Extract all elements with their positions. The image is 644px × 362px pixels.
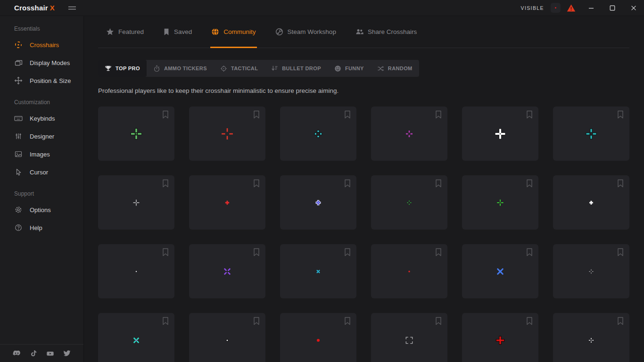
crosshair-card[interactable] bbox=[553, 313, 629, 362]
bookmark-icon[interactable] bbox=[526, 110, 533, 119]
sidebar-item-images[interactable]: Images bbox=[0, 145, 83, 163]
bookmark-icon[interactable] bbox=[253, 110, 260, 119]
crosshair-card[interactable] bbox=[553, 244, 629, 298]
bookmark-icon[interactable] bbox=[526, 179, 533, 188]
maximize-button[interactable] bbox=[602, 0, 623, 16]
bookmark-icon[interactable] bbox=[344, 248, 351, 256]
crosshair-visibility-preview[interactable] bbox=[551, 3, 561, 13]
crosshair-card[interactable] bbox=[462, 175, 538, 230]
titlebar: CrosshairX VISIBLE bbox=[0, 0, 644, 16]
filter-label: TOP PRO bbox=[116, 66, 140, 71]
filter-ammo-tickers[interactable]: AMMO TICKERS bbox=[147, 60, 214, 77]
crosshair-preview bbox=[122, 257, 150, 286]
crosshair-card[interactable] bbox=[189, 313, 265, 362]
crosshair-preview bbox=[213, 189, 241, 217]
display-icon bbox=[14, 58, 23, 67]
crosshair-card[interactable] bbox=[462, 107, 538, 161]
filter-label: AMMO TICKERS bbox=[164, 66, 207, 71]
crosshair-card[interactable] bbox=[371, 107, 447, 161]
crosshair-card[interactable] bbox=[462, 244, 538, 298]
warning-icon[interactable] bbox=[567, 4, 576, 12]
bookmark-icon[interactable] bbox=[162, 248, 169, 256]
sidebar-item-label: Keybinds bbox=[30, 115, 55, 122]
sidebar-item-label: Designer bbox=[30, 133, 54, 140]
sidebar-item-designer[interactable]: Designer bbox=[0, 127, 83, 145]
sidebar-item-cursor[interactable]: Cursor bbox=[0, 163, 83, 181]
close-button[interactable] bbox=[623, 0, 644, 16]
app-name-accent: X bbox=[50, 4, 55, 12]
crosshair-card[interactable] bbox=[189, 107, 265, 161]
crosshair-card[interactable] bbox=[462, 313, 538, 362]
sidebar-item-options[interactable]: Options bbox=[0, 201, 83, 219]
bookmark-icon[interactable] bbox=[435, 110, 442, 119]
star-icon bbox=[106, 28, 114, 36]
bookmark-icon[interactable] bbox=[253, 179, 260, 188]
discord-icon[interactable] bbox=[13, 350, 21, 357]
crosshair-card[interactable] bbox=[280, 107, 356, 161]
bookmark-icon[interactable] bbox=[162, 110, 169, 119]
crosshair-card[interactable] bbox=[280, 244, 356, 298]
crosshair-grid bbox=[98, 107, 629, 362]
cursor-icon bbox=[14, 168, 23, 176]
sidebar-item-display-modes[interactable]: Display Modes bbox=[0, 54, 83, 72]
bookmark-icon[interactable] bbox=[253, 317, 260, 325]
bookmark-icon[interactable] bbox=[435, 317, 442, 325]
sidebar-item-keybinds[interactable]: Keybinds bbox=[0, 109, 83, 127]
crosshair-card[interactable] bbox=[280, 313, 356, 362]
filter-tactical[interactable]: TACTICAL bbox=[214, 60, 264, 77]
crosshair-card[interactable] bbox=[189, 244, 265, 298]
move-icon bbox=[14, 76, 23, 85]
sidebar-item-position-size[interactable]: Position & Size bbox=[0, 72, 83, 90]
crosshair-card[interactable] bbox=[98, 313, 174, 362]
bookmark-icon[interactable] bbox=[526, 248, 533, 256]
crosshair-preview bbox=[395, 120, 423, 148]
crosshair-card[interactable] bbox=[553, 175, 629, 230]
tab-label: Share Crosshairs bbox=[368, 28, 417, 35]
bookmark-icon[interactable] bbox=[344, 179, 351, 188]
youtube-icon[interactable] bbox=[46, 350, 54, 357]
filter-top-pro[interactable]: TOP PRO bbox=[98, 60, 147, 77]
crosshair-icon bbox=[14, 41, 23, 49]
bookmark-icon[interactable] bbox=[617, 317, 624, 325]
twitter-icon[interactable] bbox=[63, 350, 71, 357]
hamburger-menu-icon[interactable] bbox=[68, 5, 76, 11]
crosshair-card[interactable] bbox=[98, 107, 174, 161]
crosshair-card[interactable] bbox=[189, 175, 265, 230]
bookmark-icon[interactable] bbox=[435, 248, 442, 256]
tab-community[interactable]: Community bbox=[210, 16, 256, 48]
bookmark-icon[interactable] bbox=[617, 179, 624, 188]
tab-saved[interactable]: Saved bbox=[162, 16, 193, 48]
sidebar-item-help[interactable]: Help bbox=[0, 219, 83, 237]
tab-bar: Featured Saved Community bbox=[98, 16, 629, 48]
bookmark-icon[interactable] bbox=[435, 179, 442, 188]
minimize-button[interactable] bbox=[580, 0, 602, 16]
bookmark-icon[interactable] bbox=[344, 110, 351, 119]
tiktok-icon[interactable] bbox=[30, 350, 37, 357]
crosshair-card[interactable] bbox=[98, 244, 174, 298]
filter-funny[interactable]: FUNNY bbox=[328, 60, 371, 77]
crosshair-card[interactable] bbox=[553, 107, 629, 161]
tab-label: Featured bbox=[118, 28, 144, 35]
bookmark-icon[interactable] bbox=[162, 317, 169, 325]
bookmark-icon[interactable] bbox=[526, 317, 533, 325]
tab-share-crosshairs[interactable]: Share Crosshairs bbox=[355, 16, 418, 48]
tab-steam-workshop[interactable]: Steam Workshop bbox=[274, 16, 337, 48]
crosshair-card[interactable] bbox=[98, 175, 174, 230]
main-content: Featured Saved Community bbox=[84, 16, 644, 362]
crosshair-card[interactable] bbox=[280, 175, 356, 230]
crosshair-card[interactable] bbox=[371, 175, 447, 230]
bookmark-icon[interactable] bbox=[162, 179, 169, 188]
bookmark-icon[interactable] bbox=[253, 248, 260, 256]
filter-random[interactable]: RANDOM bbox=[371, 60, 419, 77]
crosshair-card[interactable] bbox=[371, 313, 447, 362]
crosshair-card[interactable] bbox=[371, 244, 447, 298]
crosshair-preview bbox=[122, 326, 150, 354]
bookmark-icon[interactable] bbox=[617, 248, 624, 256]
tab-featured[interactable]: Featured bbox=[105, 16, 145, 48]
sliders-icon bbox=[14, 132, 23, 140]
sidebar-item-crosshairs[interactable]: Crosshairs bbox=[0, 36, 83, 54]
bookmark-icon[interactable] bbox=[617, 110, 624, 119]
bookmark-icon[interactable] bbox=[344, 317, 351, 325]
app-logo: CrosshairX bbox=[14, 4, 55, 12]
filter-bullet-drop[interactable]: BULLET DROP bbox=[264, 60, 328, 77]
